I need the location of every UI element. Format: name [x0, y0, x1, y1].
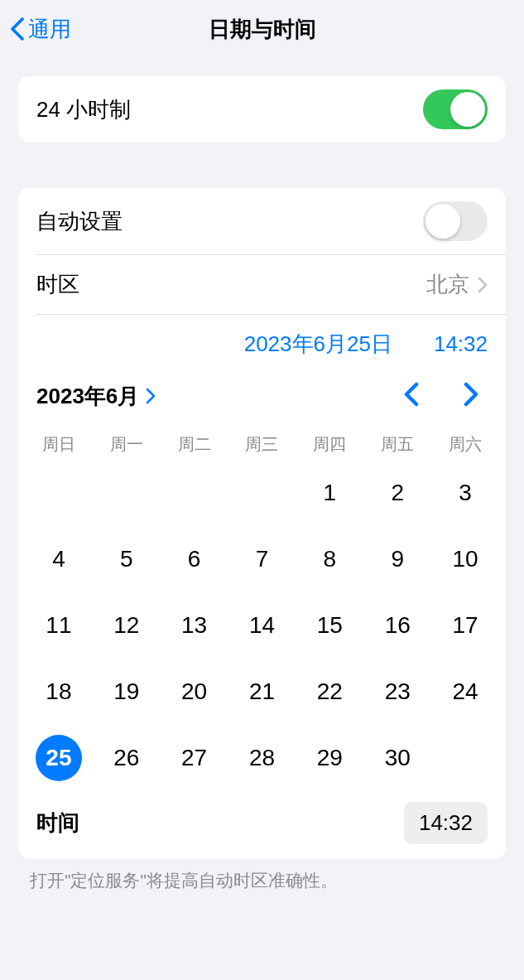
chevron-left-icon — [10, 17, 25, 41]
page-title: 日期与时间 — [209, 15, 316, 44]
chevron-right-icon — [146, 388, 156, 404]
day-cell[interactable]: 17 — [431, 600, 499, 651]
day-cell[interactable]: 15 — [296, 600, 363, 651]
next-month-button[interactable] — [459, 379, 483, 413]
row-datetime-display: 2023年6月25日 14:32 — [18, 315, 506, 362]
row-time: 时间 14:32 — [18, 795, 506, 859]
day-cell[interactable]: 6 — [161, 533, 228, 585]
day-cell[interactable]: 22 — [296, 666, 363, 717]
day-cell[interactable]: 29 — [296, 732, 363, 784]
time-picker-button[interactable]: 14:32 — [404, 802, 488, 844]
day-cell[interactable]: 20 — [161, 666, 228, 717]
day-cell-empty — [25, 467, 93, 519]
date-display[interactable]: 2023年6月25日 — [244, 330, 392, 359]
month-label: 2023年6月 — [36, 382, 139, 411]
day-cell[interactable]: 25 — [25, 732, 93, 784]
hour24-toggle[interactable] — [423, 89, 488, 129]
day-cell[interactable]: 9 — [363, 533, 431, 585]
day-cell[interactable]: 19 — [93, 666, 161, 717]
day-cell[interactable]: 26 — [93, 732, 161, 784]
toggle-knob — [425, 204, 460, 239]
day-cell[interactable]: 27 — [161, 732, 228, 784]
day-cell[interactable]: 24 — [431, 666, 499, 717]
day-cell[interactable]: 4 — [25, 533, 93, 585]
row-24-hour: 24 小时制 — [18, 76, 506, 142]
month-nav-arrows — [400, 379, 483, 413]
day-cell[interactable]: 1 — [296, 467, 363, 519]
weekday-label: 周六 — [431, 433, 499, 456]
auto-set-label: 自动设置 — [36, 207, 123, 236]
weekday-label: 周五 — [363, 433, 431, 456]
weekday-label: 周四 — [296, 433, 363, 456]
calendar-grid: 1234567891011121314151617181920212223242… — [18, 461, 506, 795]
row-timezone[interactable]: 时区 北京 — [36, 255, 506, 315]
day-cell[interactable]: 7 — [228, 533, 296, 585]
day-cell[interactable]: 3 — [431, 467, 499, 519]
timezone-label: 时区 — [36, 270, 79, 299]
weekday-label: 周二 — [161, 433, 228, 456]
day-cell[interactable]: 23 — [363, 666, 431, 717]
chevron-right-icon — [463, 382, 479, 407]
header-bar: 通用 日期与时间 — [0, 0, 524, 58]
day-cell[interactable]: 13 — [161, 600, 228, 651]
day-cell-empty — [93, 467, 161, 519]
day-cell[interactable]: 12 — [93, 600, 161, 651]
hour24-label: 24 小时制 — [36, 95, 131, 124]
time-label: 时间 — [36, 809, 79, 838]
footer-hint: 打开"定位服务"将提高自动时区准确性。 — [0, 859, 524, 902]
weekday-label: 周一 — [93, 433, 161, 456]
time-display[interactable]: 14:32 — [434, 331, 488, 357]
section-hour-format: 24 小时制 — [18, 76, 506, 142]
calendar-month-nav: 2023年6月 — [18, 362, 506, 422]
timezone-value-container: 北京 — [426, 270, 488, 299]
section-datetime: 自动设置 时区 北京 2023年6月25日 14:32 2023年6月 周日周一… — [18, 188, 506, 859]
day-cell[interactable]: 8 — [296, 533, 363, 585]
prev-month-button[interactable] — [400, 379, 423, 413]
day-cell[interactable]: 14 — [228, 600, 296, 651]
weekday-label: 周三 — [228, 433, 296, 456]
chevron-left-icon — [403, 382, 420, 407]
timezone-value: 北京 — [426, 270, 469, 299]
day-cell[interactable]: 11 — [25, 600, 93, 651]
day-cell[interactable]: 2 — [363, 467, 431, 519]
auto-set-toggle[interactable] — [423, 201, 488, 241]
day-cell[interactable]: 5 — [93, 533, 161, 585]
month-picker-button[interactable]: 2023年6月 — [36, 382, 156, 411]
day-cell[interactable]: 28 — [228, 732, 296, 784]
weekday-header: 周日周一周二周三周四周五周六 — [18, 422, 506, 461]
day-cell[interactable]: 18 — [25, 666, 93, 717]
chevron-right-icon — [478, 277, 488, 293]
back-button[interactable]: 通用 — [7, 12, 75, 47]
day-cell[interactable]: 16 — [363, 600, 431, 651]
day-cell[interactable]: 10 — [431, 533, 499, 585]
weekday-label: 周日 — [25, 433, 93, 456]
day-cell[interactable]: 30 — [363, 732, 431, 784]
day-cell-empty — [161, 467, 228, 519]
day-cell[interactable]: 21 — [228, 666, 296, 717]
row-auto-set: 自动设置 — [36, 188, 506, 255]
day-cell-empty — [228, 467, 296, 519]
toggle-knob — [450, 92, 485, 127]
back-label: 通用 — [28, 15, 71, 44]
